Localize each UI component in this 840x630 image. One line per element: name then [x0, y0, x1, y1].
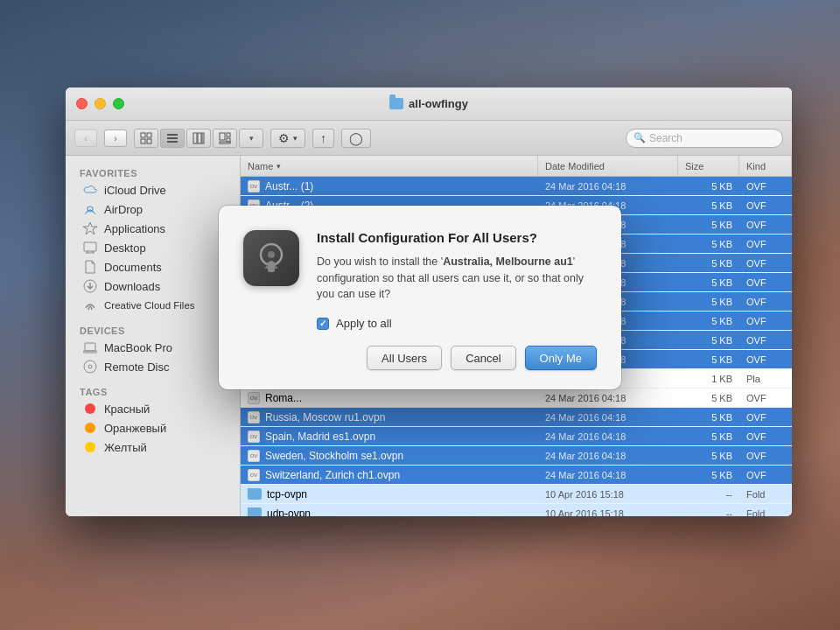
- back-button[interactable]: ‹: [74, 130, 97, 147]
- file-kind: OVF: [739, 220, 792, 230]
- view-columns-button[interactable]: [186, 129, 211, 148]
- svg-rect-6: [167, 141, 178, 143]
- col-header-kind[interactable]: Kind: [739, 156, 792, 176]
- all-users-button[interactable]: All Users: [367, 346, 442, 370]
- sidebar-item-tag-yellow[interactable]: Желтый: [69, 438, 236, 457]
- file-kind: OVF: [739, 297, 792, 307]
- sidebar-item-label: MacBook Pro: [104, 341, 172, 354]
- file-date: 10 Apr 2016 15:18: [538, 508, 678, 517]
- file-size: 5 KB: [678, 354, 739, 365]
- close-button[interactable]: [76, 98, 88, 109]
- tag-red-icon: [83, 402, 97, 416]
- minimize-button[interactable]: [94, 98, 106, 109]
- col-header-name[interactable]: Name ▾: [241, 156, 538, 176]
- tag-orange-icon: [83, 421, 97, 435]
- apply-to-all-row: Apply to all: [317, 317, 597, 330]
- file-date: 24 Mar 2016 04:18: [538, 412, 678, 423]
- view-gallery-button[interactable]: [213, 129, 237, 148]
- share-button[interactable]: ↑: [312, 129, 334, 148]
- sidebar-item-label: Красный: [104, 402, 150, 416]
- airdrop-icon: [83, 202, 97, 216]
- file-row[interactable]: tcp-ovpn 10 Apr 2016 15:18 -- Fold: [241, 485, 792, 504]
- forward-button[interactable]: ›: [104, 130, 127, 147]
- traffic-lights: [76, 98, 124, 109]
- only-me-button[interactable]: Only Me: [525, 346, 597, 370]
- file-icon: OV: [248, 392, 260, 404]
- file-size: 5 KB: [678, 277, 739, 288]
- downloads-icon: [83, 279, 97, 293]
- sidebar-item-macbook[interactable]: MacBook Pro: [69, 338, 236, 357]
- file-size: --: [678, 489, 739, 500]
- sidebar-item-creative-cloud[interactable]: Creative Cloud Files: [69, 296, 236, 315]
- modal-content: Install Configuration For All Users? Do …: [317, 230, 597, 370]
- file-row[interactable]: OV Roma... 24 Mar 2016 04:18 5 KB OVF: [241, 388, 792, 408]
- maximize-button[interactable]: [113, 98, 124, 109]
- file-size: 5 KB: [678, 181, 739, 192]
- view-list-button[interactable]: [160, 129, 185, 148]
- file-size: 5 KB: [678, 297, 739, 307]
- vpn-app-icon: [243, 230, 299, 286]
- sidebar-item-applications[interactable]: Applications: [69, 219, 236, 238]
- file-row[interactable]: OV Switzerland, Zurich ch1.ovpn 24 Mar 2…: [241, 466, 792, 485]
- col-header-date[interactable]: Date Modified: [538, 156, 678, 176]
- sidebar-item-documents[interactable]: Documents: [69, 257, 236, 276]
- file-name: OV Austr... (1): [241, 180, 538, 192]
- file-kind: OVF: [739, 239, 792, 249]
- window-title-area: all-owfingy: [389, 97, 468, 110]
- action-button[interactable]: ⚙ ▾: [270, 129, 305, 148]
- file-row[interactable]: OV Spain, Madrid es1.ovpn 24 Mar 2016 04…: [241, 427, 792, 446]
- col-header-size[interactable]: Size: [678, 156, 739, 176]
- file-kind: OVF: [739, 431, 792, 442]
- svg-rect-24: [88, 352, 93, 353]
- folder-icon: [389, 98, 403, 109]
- desktop-icon: [83, 241, 97, 255]
- file-size: 5 KB: [678, 470, 739, 480]
- apply-to-all-checkbox[interactable]: [317, 318, 329, 330]
- sidebar-item-downloads[interactable]: Downloads: [69, 276, 236, 296]
- sidebar-item-label: Желтый: [104, 441, 147, 454]
- svg-rect-1: [147, 133, 151, 137]
- search-box[interactable]: 🔍 Search: [626, 129, 783, 148]
- file-name: OV Spain, Madrid es1.ovpn: [241, 430, 538, 443]
- file-row[interactable]: OV Russia, Moscow ru1.ovpn 24 Mar 2016 0…: [241, 408, 792, 427]
- svg-rect-8: [198, 133, 201, 144]
- svg-rect-2: [141, 139, 145, 144]
- svg-rect-11: [227, 133, 230, 136]
- file-size: 5 KB: [678, 258, 739, 269]
- file-kind: Pla: [739, 374, 792, 384]
- sidebar-item-label: iCloud Drive: [104, 184, 166, 197]
- file-row[interactable]: OV Sweden, Stockholm se1.ovpn 24 Mar 201…: [241, 446, 792, 466]
- file-kind: Fold: [739, 489, 792, 500]
- sidebar-item-tag-orange[interactable]: Оранжевый: [69, 418, 236, 438]
- cancel-button[interactable]: Cancel: [451, 346, 515, 370]
- file-size: 5 KB: [678, 431, 739, 442]
- sidebar-item-label: Downloads: [104, 280, 160, 293]
- file-row[interactable]: OV Austr... (1) 24 Mar 2016 04:18 5 KB O…: [241, 177, 792, 196]
- sidebar-item-tag-red[interactable]: Красный: [69, 399, 236, 418]
- laptop-icon: [83, 340, 97, 354]
- sidebar-item-airdrop[interactable]: AirDrop: [69, 200, 236, 219]
- view-more-button[interactable]: ▾: [239, 129, 263, 148]
- sidebar-item-desktop[interactable]: Desktop: [69, 238, 236, 257]
- view-icons-button[interactable]: [134, 129, 158, 148]
- file-kind: OVF: [739, 200, 792, 211]
- svg-point-26: [88, 365, 92, 368]
- file-icon: OV: [248, 469, 260, 481]
- svg-rect-7: [193, 133, 197, 144]
- file-kind: OVF: [739, 451, 792, 461]
- file-name: udp-ovpn: [241, 508, 538, 517]
- search-icon: 🔍: [634, 132, 646, 144]
- sidebar-item-icloud[interactable]: iCloud Drive: [69, 180, 236, 200]
- sidebar-item-remote-disc[interactable]: Remote Disc: [69, 357, 236, 376]
- file-size: 5 KB: [678, 220, 739, 230]
- svg-point-29: [268, 251, 275, 258]
- file-name: OV Switzerland, Zurich ch1.ovpn: [241, 469, 538, 481]
- file-date: 24 Mar 2016 04:18: [538, 393, 678, 403]
- file-size: 5 KB: [678, 412, 739, 423]
- tag-yellow-icon: [83, 440, 97, 454]
- svg-rect-28: [268, 263, 275, 272]
- tag-button[interactable]: ◯: [341, 129, 371, 148]
- file-name: OV Russia, Moscow ru1.ovpn: [241, 411, 538, 424]
- search-placeholder: Search: [649, 132, 682, 144]
- file-row[interactable]: udp-ovpn 10 Apr 2016 15:18 -- Fold: [241, 504, 792, 516]
